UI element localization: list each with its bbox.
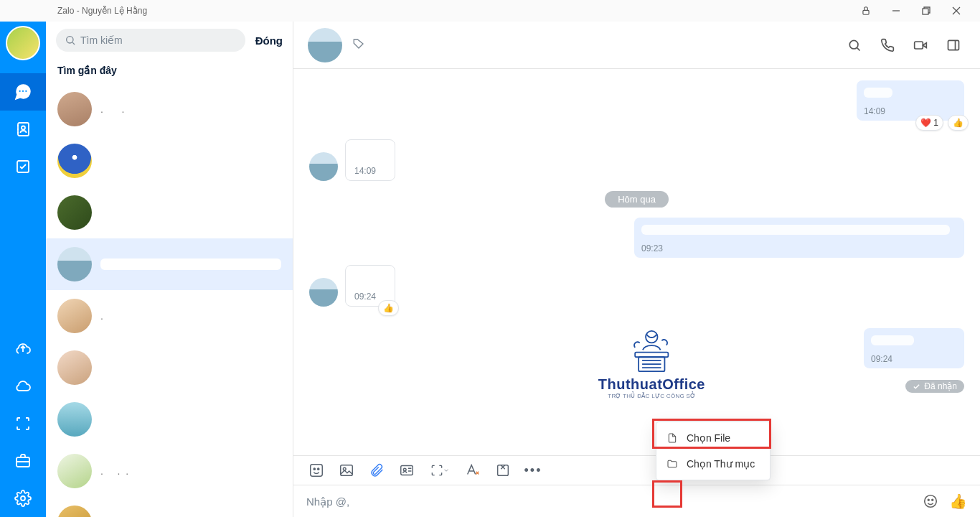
- recent-list: . . . . . .: [46, 83, 293, 517]
- recent-item[interactable]: [46, 135, 293, 187]
- svg-point-20: [403, 468, 406, 471]
- message-time: 09:24: [871, 351, 957, 364]
- reminder-button[interactable]: [490, 459, 516, 482]
- nav-cloud[interactable]: [0, 368, 46, 405]
- nav-rail: [0, 22, 46, 517]
- user-avatar[interactable]: [6, 26, 40, 60]
- nav-messages[interactable]: [0, 73, 46, 111]
- window-minimize[interactable]: [881, 0, 911, 22]
- message-avatar: [309, 152, 338, 181]
- contact-card-button[interactable]: [394, 459, 420, 482]
- lock-icon[interactable]: [851, 0, 881, 22]
- date-divider: Hôm qua: [309, 191, 964, 208]
- svg-point-15: [314, 468, 315, 470]
- chat-panel: 14:09 ❤️ 1 👍 14:09 Hôm qua: [293, 22, 980, 517]
- message-outgoing[interactable]: 14:09 ❤️ 1 👍: [857, 80, 964, 121]
- svg-rect-0: [863, 10, 869, 14]
- toggle-info-panel[interactable]: [941, 33, 966, 57]
- recent-item[interactable]: . .: [46, 83, 293, 135]
- svg-point-8: [849, 40, 858, 49]
- attach-context-menu: Chọn File Chọn Thư mục: [656, 421, 771, 480]
- svg-point-22: [925, 495, 937, 508]
- voice-call-button[interactable]: [875, 33, 900, 57]
- svg-rect-1: [923, 9, 928, 14]
- menu-choose-folder[interactable]: Chọn Thư mục: [656, 451, 770, 477]
- nav-contacts[interactable]: [0, 111, 46, 148]
- composer-toolbar: •••: [293, 455, 980, 485]
- nav-briefcase[interactable]: [0, 442, 46, 480]
- message-input[interactable]: [306, 495, 912, 508]
- chat-avatar[interactable]: [308, 28, 342, 62]
- chat-search-button[interactable]: [842, 33, 867, 57]
- search-icon: [65, 34, 76, 48]
- delivered-badge: Đã nhận: [905, 380, 964, 393]
- more-button[interactable]: •••: [520, 459, 546, 482]
- message-list: 14:09 ❤️ 1 👍 14:09 Hôm qua: [293, 69, 980, 455]
- svg-point-3: [22, 126, 25, 130]
- svg-rect-10: [948, 40, 959, 50]
- recent-item[interactable]: . . .: [46, 445, 293, 497]
- recent-item[interactable]: [46, 342, 293, 393]
- format-button[interactable]: [460, 459, 486, 482]
- svg-point-16: [318, 468, 319, 470]
- svg-point-6: [21, 496, 25, 500]
- svg-point-24: [932, 499, 933, 500]
- sidebar: Đóng Tìm gần đây . . . . . .: [46, 22, 293, 517]
- reaction-like[interactable]: 👍: [378, 300, 399, 316]
- attach-button[interactable]: [364, 459, 390, 482]
- video-call-button[interactable]: [908, 33, 933, 57]
- screenshot-button[interactable]: [424, 459, 456, 482]
- svg-point-7: [67, 37, 73, 43]
- recent-item[interactable]: [46, 187, 293, 238]
- recent-item[interactable]: [46, 393, 293, 445]
- svg-rect-14: [311, 465, 323, 477]
- composer: 👍: [293, 485, 980, 517]
- svg-rect-19: [401, 466, 413, 475]
- nav-cloud-upload[interactable]: [0, 330, 46, 368]
- chat-header: [293, 22, 980, 69]
- menu-choose-file[interactable]: Chọn File: [656, 425, 770, 451]
- message-incoming[interactable]: 09:24 👍: [345, 265, 395, 307]
- recent-item[interactable]: .: [46, 290, 293, 342]
- message-time: 09:23: [641, 241, 957, 253]
- nav-screenshot[interactable]: [0, 405, 46, 442]
- svg-rect-17: [341, 465, 353, 476]
- tag-icon: [352, 37, 365, 52]
- reaction-like[interactable]: 👍: [948, 115, 969, 131]
- image-button[interactable]: [334, 459, 359, 482]
- svg-rect-9: [915, 42, 923, 49]
- message-incoming[interactable]: 14:09: [345, 139, 395, 181]
- svg-point-23: [928, 499, 929, 500]
- app-title: Zalo - Nguyễn Lệ Hằng: [57, 6, 147, 16]
- nav-settings[interactable]: [0, 480, 46, 517]
- title-bar: Zalo - Nguyễn Lệ Hằng: [0, 0, 980, 22]
- search-input[interactable]: [56, 29, 245, 52]
- nav-todo[interactable]: [0, 148, 46, 185]
- recent-item[interactable]: [46, 497, 293, 517]
- recent-label: Tìm gần đây: [46, 59, 293, 83]
- sticker-button[interactable]: [303, 459, 329, 482]
- message-outgoing[interactable]: 09:24: [864, 328, 964, 368]
- emoji-button[interactable]: [920, 491, 941, 511]
- close-search-button[interactable]: Đóng: [255, 34, 283, 47]
- quick-like-button[interactable]: 👍: [949, 493, 967, 510]
- window-close[interactable]: [941, 0, 971, 22]
- message-time: 14:09: [354, 163, 386, 176]
- window-maximize[interactable]: [911, 0, 941, 22]
- message-avatar: [309, 278, 338, 307]
- reaction-heart[interactable]: ❤️ 1: [915, 115, 943, 131]
- recent-item[interactable]: [46, 238, 293, 290]
- message-outgoing[interactable]: 09:23: [634, 218, 964, 258]
